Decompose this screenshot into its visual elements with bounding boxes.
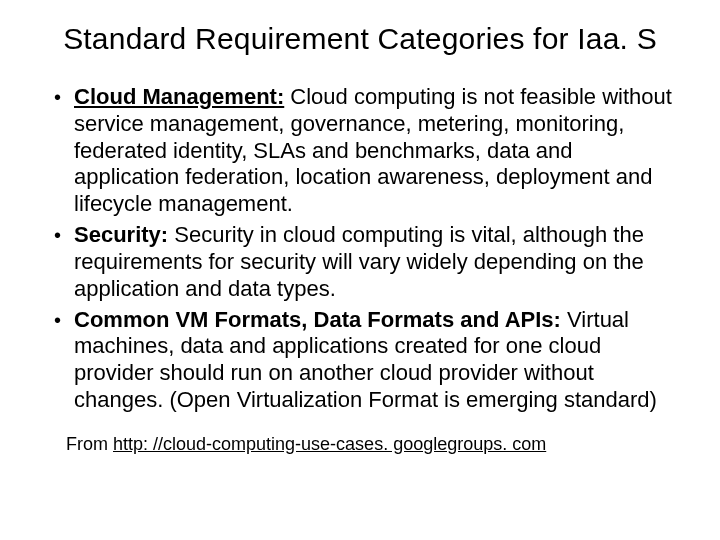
list-item: Common VM Formats, Data Formats and APIs… (52, 307, 680, 414)
bullet-lead: Common VM Formats, Data Formats and APIs… (74, 307, 561, 332)
bullet-lead: Cloud Management: (74, 84, 284, 109)
source-line: From http: //cloud-computing-use-cases. … (36, 434, 684, 455)
source-link[interactable]: http: //cloud-computing-use-cases. googl… (113, 434, 546, 454)
bullet-list: Cloud Management: Cloud computing is not… (36, 84, 684, 414)
source-prefix: From (66, 434, 113, 454)
bullet-lead: Security: (74, 222, 168, 247)
list-item: Security: Security in cloud computing is… (52, 222, 680, 302)
slide: Standard Requirement Categories for Iaa.… (0, 0, 720, 540)
list-item: Cloud Management: Cloud computing is not… (52, 84, 680, 218)
slide-title: Standard Requirement Categories for Iaa.… (36, 22, 684, 56)
